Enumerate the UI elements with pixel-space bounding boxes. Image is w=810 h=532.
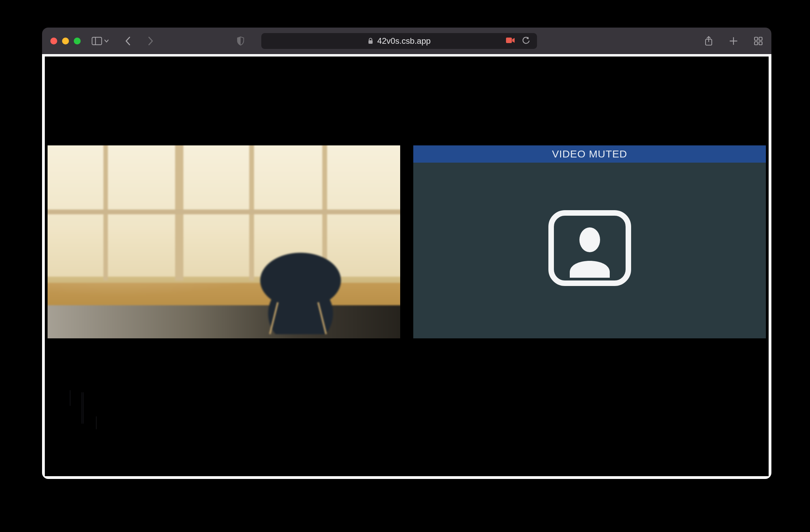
browser-window: 42v0s.csb.app bbox=[42, 28, 771, 479]
svg-rect-0 bbox=[92, 37, 102, 45]
svg-rect-2 bbox=[368, 40, 373, 44]
window-minimize-button[interactable] bbox=[62, 38, 69, 44]
svg-rect-3 bbox=[506, 38, 512, 43]
video-tile-local[interactable] bbox=[48, 145, 400, 338]
privacy-shield-button[interactable] bbox=[234, 35, 247, 47]
decorative-marks bbox=[57, 390, 109, 435]
share-button[interactable] bbox=[702, 35, 715, 47]
address-bar[interactable]: 42v0s.csb.app bbox=[261, 33, 537, 49]
browser-toolbar: 42v0s.csb.app bbox=[42, 28, 771, 54]
video-tile-row: VIDEO MUTED bbox=[48, 145, 766, 338]
svg-rect-10 bbox=[755, 42, 758, 45]
reload-button[interactable] bbox=[520, 35, 532, 47]
svg-rect-8 bbox=[755, 37, 758, 40]
svg-point-13 bbox=[579, 227, 600, 252]
camera-recording-icon bbox=[506, 37, 515, 45]
svg-rect-9 bbox=[759, 37, 762, 40]
svg-rect-11 bbox=[759, 42, 762, 45]
video-tile-remote[interactable]: VIDEO MUTED bbox=[413, 145, 766, 338]
lock-icon bbox=[368, 38, 373, 44]
window-controls bbox=[50, 38, 81, 44]
page-content: VIDEO MUTED bbox=[42, 54, 771, 479]
new-tab-button[interactable] bbox=[727, 35, 740, 47]
window-close-button[interactable] bbox=[50, 38, 57, 44]
window-zoom-button[interactable] bbox=[74, 38, 81, 44]
sidebar-toggle-button[interactable] bbox=[92, 37, 109, 45]
user-silhouette-icon bbox=[548, 210, 631, 287]
forward-button[interactable] bbox=[144, 35, 156, 47]
chevron-down-icon bbox=[104, 39, 109, 43]
tab-overview-button[interactable] bbox=[752, 35, 765, 47]
back-button[interactable] bbox=[122, 35, 134, 47]
address-bar-text: 42v0s.csb.app bbox=[377, 36, 431, 46]
